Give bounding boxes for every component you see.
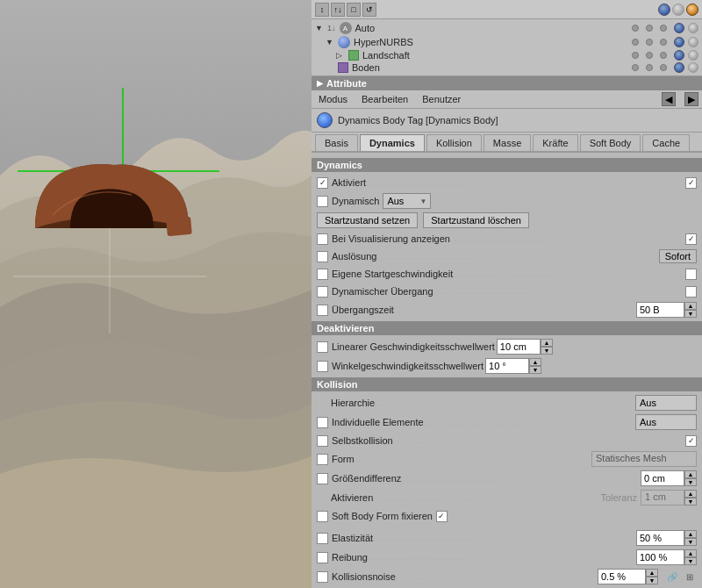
attribute-panel: ▶ Attribute Modus Bearbeiten Benutzer ◀ … <box>312 76 702 588</box>
tab-masse[interactable]: Masse <box>484 134 531 151</box>
spinbox-ueber-btns: ▲ ▼ <box>684 302 697 318</box>
spin-up-noise[interactable]: ▲ <box>646 569 658 577</box>
input-linear[interactable] <box>497 339 541 355</box>
toolbar-icon-2[interactable]: ↑↓ <box>331 3 345 17</box>
spinbox-reib-btns: ▲ ▼ <box>684 549 697 565</box>
checkbox-winkel[interactable] <box>317 361 328 372</box>
spinbox-noise-btns: ▲ ▼ <box>646 569 658 584</box>
expand-land[interactable]: ▷ <box>336 51 345 60</box>
dropdown-dynamisch[interactable]: Aus ▼ <box>383 193 431 209</box>
spin-dn-elast[interactable]: ▼ <box>684 538 697 546</box>
spin-dn-linear[interactable]: ▼ <box>541 347 553 355</box>
checkbox-softbody[interactable] <box>317 511 328 522</box>
spin-up-ueber[interactable]: ▲ <box>684 302 697 310</box>
spin-dn-grosse[interactable]: ▼ <box>684 478 697 486</box>
spin-up-grosse[interactable]: ▲ <box>684 470 697 478</box>
menu-benutzer[interactable]: Benutzer <box>419 93 464 105</box>
checkbox-dynueber[interactable] <box>317 286 328 298</box>
label-softbody: Soft Body Form fixieren <box>332 511 433 521</box>
spinbox-winkel: ▲ ▼ <box>485 358 541 374</box>
input-ueber[interactable] <box>636 302 684 318</box>
toolbar-icon-4[interactable]: ↺ <box>362 3 376 17</box>
expand-auto[interactable]: ▼ <box>315 24 324 32</box>
checkbox-individ[interactable] <box>317 417 328 428</box>
toolbar-icon-1[interactable]: ↕ <box>315 3 329 17</box>
btn-startzustand-loschen[interactable]: Startzustand löschen <box>423 212 529 228</box>
row-visualisierung: Bei Visualisierung anzeigen ............… <box>312 230 702 247</box>
toolbar-icon-3[interactable]: □ <box>347 3 361 17</box>
expand-boden[interactable] <box>326 63 334 72</box>
checkbox-selbst[interactable] <box>317 435 328 447</box>
spinbox-grosse: ▲ ▼ <box>641 470 697 486</box>
tree-sphere-1 <box>674 23 684 33</box>
checkbox-dynamisch[interactable] <box>317 196 328 207</box>
arrow-fwd-btn[interactable]: ▶ <box>684 92 698 106</box>
icon-link[interactable]: 🔗 <box>665 570 679 584</box>
row-hierarchie: Hierarchie ......................... Aus <box>312 393 702 412</box>
menu-modus[interactable]: Modus <box>315 93 351 105</box>
tab-softbody[interactable]: Soft Body <box>580 134 641 151</box>
checkbox-reib[interactable] <box>317 552 328 563</box>
checkbox-eigene[interactable] <box>317 269 328 280</box>
checkbox-noise[interactable] <box>317 571 328 583</box>
checkbox-aktiviert[interactable] <box>317 177 328 189</box>
checkbox-aktiviert-2[interactable] <box>685 177 697 189</box>
label-eigene: Eigene Startgeschwindigkeit <box>332 269 453 279</box>
spin-up-reib[interactable]: ▲ <box>684 549 697 557</box>
spin-dn-toleranz[interactable]: ▼ <box>684 498 697 506</box>
checkbox-auslosung[interactable] <box>317 251 328 262</box>
tab-dynamics[interactable]: Dynamics <box>360 134 425 151</box>
spin-up-elast[interactable]: ▲ <box>684 530 697 538</box>
tab-kollision[interactable]: Kollision <box>426 134 482 151</box>
input-noise[interactable] <box>598 569 646 584</box>
attr-header-title: Attribute <box>326 78 367 89</box>
input-reib[interactable] <box>636 549 684 565</box>
checkbox-grosse[interactable] <box>317 473 328 484</box>
tree-item-landschaft[interactable]: ▷ Landschaft <box>315 49 698 61</box>
checkbox-vis[interactable] <box>317 233 328 245</box>
dots-grosse: ......................... <box>401 474 641 483</box>
dots-form: ......................... <box>355 455 591 463</box>
btn-sofort[interactable]: Sofort <box>659 249 697 263</box>
dropdown-hierarchie[interactable]: Aus <box>635 395 697 411</box>
checkbox-ueber[interactable] <box>317 305 328 316</box>
viewport[interactable] <box>0 0 312 588</box>
checkbox-linear[interactable] <box>317 341 328 353</box>
tab-cache[interactable]: Cache <box>642 134 690 151</box>
dots-aktiviert: ......................... <box>366 178 685 187</box>
tree-item-hypernurbs[interactable]: ▼ HyperNURBS <box>315 35 698 49</box>
checkbox-elast[interactable] <box>317 533 328 544</box>
spin-up-linear[interactable]: ▲ <box>541 339 553 347</box>
spin-dn-noise[interactable]: ▼ <box>646 577 658 584</box>
checkbox-softbody-2[interactable] <box>436 511 448 522</box>
btn-startzustand-setzen[interactable]: Startzustand setzen <box>317 212 418 228</box>
icon-expand[interactable]: ⊞ <box>683 570 697 584</box>
input-grosse[interactable] <box>641 470 684 486</box>
spin-dn-reib[interactable]: ▼ <box>684 557 697 565</box>
spin-dn-ueber[interactable]: ▼ <box>684 310 697 318</box>
checkbox-eigene-2[interactable] <box>685 269 697 280</box>
dropdown-individ[interactable]: Aus <box>635 414 697 430</box>
tab-krafte[interactable]: Kräfte <box>533 134 577 151</box>
dropdown-dynamisch-arrow: ▼ <box>419 197 426 205</box>
checkbox-selbst-2[interactable] <box>685 435 697 447</box>
tree-item-boden[interactable]: Boden <box>315 61 698 74</box>
dots-elast: ......................... <box>373 534 636 542</box>
checkbox-form[interactable] <box>317 454 328 465</box>
menu-bearbeiten[interactable]: Bearbeiten <box>358 93 412 105</box>
sphere-gray-icon <box>672 4 684 16</box>
checkbox-dynueber-2[interactable] <box>685 286 697 298</box>
expand-nurbs[interactable]: ▼ <box>326 38 334 47</box>
tree-sphere-8 <box>688 62 698 73</box>
input-elast[interactable] <box>636 530 684 546</box>
input-winkel[interactable] <box>485 358 529 374</box>
spin-up-toleranz[interactable]: ▲ <box>684 490 697 498</box>
label-dynamisch: Dynamisch <box>332 196 379 206</box>
arrow-back-btn[interactable]: ◀ <box>662 92 676 106</box>
tree-item-auto[interactable]: ▼ 1↓ A Auto <box>315 21 698 35</box>
checkbox-vis-2[interactable] <box>685 233 697 245</box>
tab-basis[interactable]: Basis <box>315 134 358 151</box>
spin-dn-winkel[interactable]: ▼ <box>529 366 541 374</box>
spin-up-winkel[interactable]: ▲ <box>529 358 541 366</box>
dot8 <box>646 52 653 59</box>
